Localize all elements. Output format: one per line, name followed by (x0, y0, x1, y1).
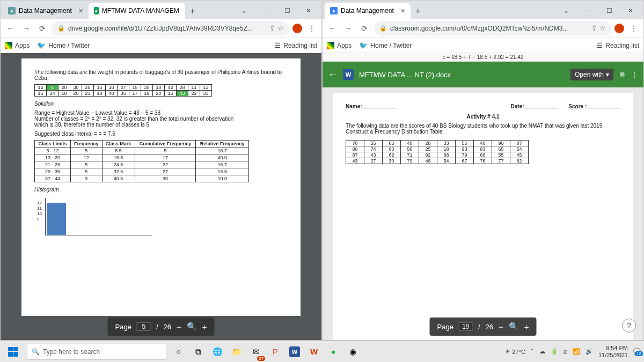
word-taskbar-icon[interactable]: W (287, 344, 303, 360)
address-bar: ← → ⟳ 🔒 drive.google.com/file/d/1U7ZzIuJ… (1, 19, 321, 38)
address-bar: ← → ⟳ 🔒 classroom.google.com/u/0/c/MzgxO… (323, 19, 643, 38)
forward-button[interactable]: → (20, 22, 33, 35)
page-input[interactable] (137, 322, 151, 331)
bookmarks-bar: Apps 🐦Home / Twitter ☰ Reading list (1, 38, 321, 53)
menu-button[interactable]: ⋮ (305, 22, 318, 35)
share-icon[interactable]: ⇪ (269, 24, 275, 32)
zoom-button[interactable]: 🔍 (509, 322, 519, 331)
pdf-toolbar: Page / 26 − 🔍 + (430, 317, 537, 336)
cortana-icon[interactable]: ○ (171, 344, 187, 360)
task-view-icon[interactable]: ⧉ (190, 344, 206, 360)
histogram-chart: 12 11 10 9 (45, 198, 152, 235)
volume-icon[interactable]: 🔊 (586, 348, 593, 355)
doc-filename: MFTMW DATA ... NT (2).docx (359, 71, 565, 79)
start-button[interactable] (3, 342, 23, 361)
close-window-button[interactable]: ✕ (620, 3, 641, 19)
reading-list-button[interactable]: ☰ Reading list (275, 42, 317, 49)
activity-title: Activity # 4.1 (346, 114, 620, 120)
chevron-down-icon[interactable]: ⌄ (555, 3, 577, 19)
back-button[interactable]: ← (326, 22, 339, 35)
list-icon: ☰ (275, 42, 281, 49)
zoom-out-button[interactable]: − (499, 322, 503, 331)
close-tab-icon[interactable]: ✕ (78, 8, 83, 14)
apps-icon (327, 42, 334, 49)
twitter-shortcut[interactable]: 🐦Home / Twitter (37, 41, 90, 49)
caret-down-icon: ▾ (606, 71, 609, 78)
apps-shortcut[interactable]: Apps (5, 42, 30, 49)
new-tab-button[interactable]: + (185, 4, 200, 19)
onedrive-icon[interactable]: ☁ (539, 348, 545, 355)
twitter-icon: 🐦 (359, 41, 368, 49)
edge-icon[interactable]: 🌐 (209, 344, 225, 360)
share-icon[interactable]: ⇪ (591, 24, 597, 32)
powerpoint-icon[interactable]: P (267, 344, 283, 360)
maximize-button[interactable]: ☐ (598, 3, 620, 19)
zoom-in-button[interactable]: + (202, 322, 207, 331)
wifi-icon[interactable]: 📶 (573, 348, 580, 355)
search-icon: 🔍 (32, 348, 40, 356)
tab-mftmw[interactable]: ▲ MFTMW DATA MANAGEM ✕ (89, 3, 185, 19)
back-button[interactable]: ← (4, 22, 17, 35)
new-tab-button[interactable]: + (411, 4, 426, 19)
interval-line: Suggested class interval = = = 7.6 (34, 131, 288, 137)
url-input[interactable]: 🔒 classroom.google.com/u/0/c/MzgxODQ2MTc… (374, 21, 611, 36)
mail-icon[interactable]: ✉37 (248, 344, 264, 360)
apps-shortcut[interactable]: Apps (327, 42, 352, 49)
page-total: 26 (164, 323, 171, 331)
bookmarks-bar: Apps 🐦Home / Twitter ☰ Reading list (323, 38, 643, 53)
tab-label: MFTMW DATA MANAGEM (102, 7, 179, 14)
battery-icon[interactable]: 🔋 (551, 348, 558, 355)
close-tab-icon[interactable]: ✕ (400, 8, 405, 14)
lock-icon: 🔒 (379, 25, 387, 32)
more-icon[interactable]: ⋮ (631, 71, 638, 79)
reload-button[interactable]: ⟳ (358, 22, 371, 35)
url-input[interactable]: 🔒 drive.google.com/file/d/1U7ZzIuJpdV8tq… (52, 21, 289, 36)
page-input[interactable] (459, 322, 473, 331)
chrome-icon[interactable]: ◉ (345, 344, 361, 360)
help-button[interactable]: ? (622, 319, 636, 333)
document-viewport[interactable]: Name: Date: Score : Activity # 4.1 The f… (323, 87, 643, 340)
extension-icon[interactable] (292, 24, 302, 33)
explorer-icon[interactable]: 📁 (229, 344, 245, 360)
twitter-shortcut[interactable]: 🐦Home / Twitter (359, 41, 412, 49)
bar (47, 203, 66, 235)
minimize-button[interactable]: — (255, 3, 276, 19)
star-icon[interactable]: ☆ (277, 24, 284, 32)
taskbar-search[interactable]: 🔍 Type here to search (27, 344, 166, 360)
zoom-button[interactable]: 🔍 (187, 322, 197, 331)
tab-data-management[interactable]: ▲ Data Management ✕ (325, 3, 411, 19)
extension-icon[interactable] (614, 24, 624, 33)
wps-icon[interactable]: W (306, 344, 322, 360)
chevron-up-icon[interactable]: ˄ (531, 348, 534, 355)
zoom-out-button[interactable]: − (177, 322, 181, 331)
classroom-icon: ▲ (330, 7, 338, 14)
document-viewport[interactable]: The following data are the weight in pou… (1, 53, 321, 340)
back-icon[interactable]: ← (328, 69, 338, 80)
cast-icon[interactable]: ⎚ (564, 349, 567, 355)
chevron-down-icon[interactable]: ⌄ (233, 3, 255, 19)
maximize-button[interactable]: ☐ (276, 3, 298, 19)
weather-widget[interactable]: ☀ 27°C (505, 348, 525, 355)
star-icon[interactable]: ☆ (599, 24, 606, 32)
close-window-button[interactable]: ✕ (298, 3, 319, 19)
equation-line: c = 18.5 + 7 − 18.5 + 2.92 = 21.42 (323, 53, 643, 62)
name-label: Name: (346, 104, 362, 109)
print-icon[interactable]: 🖶 (619, 71, 626, 79)
action-center-icon[interactable]: 💬12 (633, 348, 641, 355)
menu-button[interactable]: ⋮ (627, 22, 640, 35)
clock[interactable]: 9:54 PM 11/25/2021 (598, 345, 628, 358)
zoom-in-button[interactable]: + (524, 322, 529, 331)
solution-label: Solution (34, 101, 288, 107)
chrome-window-left: ▲ Data Management ✕ ▲ MFTMW DATA MANAGEM… (0, 0, 322, 341)
tab-data-management[interactable]: ▲ Data Management ✕ (3, 3, 89, 19)
windows-logo-icon (8, 347, 18, 357)
pdf-toolbar: Page / 26 − 🔍 + (108, 317, 215, 336)
forward-button[interactable]: → (342, 22, 355, 35)
spotify-icon[interactable]: ● (325, 344, 341, 360)
tab-label: Data Management (341, 7, 394, 14)
reload-button[interactable]: ⟳ (36, 22, 49, 35)
doc-intro: The following data are the weight in pou… (34, 69, 288, 81)
minimize-button[interactable]: — (577, 3, 598, 19)
reading-list-button[interactable]: ☰ Reading list (597, 42, 639, 49)
open-with-button[interactable]: Open with ▾ (570, 69, 613, 80)
